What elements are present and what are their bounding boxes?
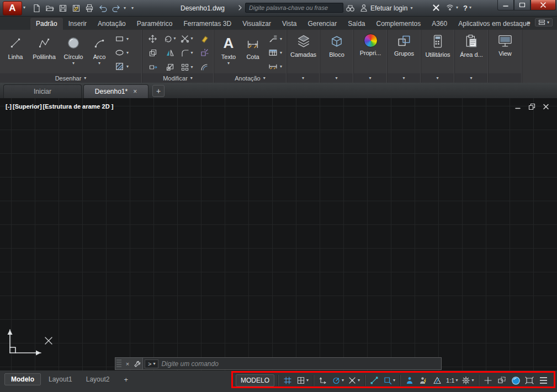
ribbon-tab-saida[interactable]: Saída — [342, 18, 370, 30]
ribbon-tab-visualizar[interactable]: Visualizar — [237, 18, 277, 30]
drawing-close-icon[interactable] — [543, 104, 549, 110]
panel-title-modificar[interactable]: Modificar ▾ — [142, 73, 213, 83]
array-tool-button[interactable]: ▾ — [178, 60, 195, 74]
text-tool-button[interactable]: A Texto ▾ — [216, 31, 241, 73]
redo-button[interactable] — [110, 3, 121, 13]
exchange-apps-icon[interactable] — [432, 3, 441, 12]
utilities-button[interactable]: Utilitários — [421, 30, 454, 73]
trim-tool-button[interactable]: ▾ — [178, 31, 195, 46]
layout-tab-layout1[interactable]: Layout1 — [43, 374, 78, 385]
panel-grupos-expander[interactable]: ▾ — [388, 73, 420, 83]
command-line-grip[interactable] — [116, 359, 121, 368]
ribbon-minimize-button[interactable]: ▾ — [535, 18, 553, 26]
maximize-button[interactable] — [514, 0, 531, 10]
circle-tool-button[interactable]: Círculo ▾ — [60, 31, 87, 73]
stretch-tool-button[interactable] — [144, 60, 161, 74]
command-input-area[interactable]: > ▾ — [142, 358, 441, 369]
panel-title-desenhar[interactable]: Desenhar ▾ — [0, 73, 141, 83]
move-tool-button[interactable] — [144, 31, 161, 46]
plot-button[interactable] — [84, 3, 95, 13]
file-tab-iniciar[interactable]: Iniciar — [3, 84, 82, 98]
block-button[interactable]: Bloco — [320, 30, 353, 73]
annotation-monitor-button[interactable] — [482, 374, 494, 387]
viewport-controls-toggle[interactable]: [-] — [5, 103, 12, 110]
ribbon-tab-aplicativos[interactable]: Aplicativos em destaque — [453, 18, 535, 30]
qat-customize-icon[interactable]: ▾ — [131, 6, 134, 10]
minimize-button[interactable] — [497, 0, 514, 10]
viewport-scale-button[interactable]: 1:1 ▾ — [445, 374, 459, 387]
layers-button[interactable]: Camadas — [287, 30, 320, 73]
model-space-button[interactable]: MODELO — [236, 374, 274, 386]
ribbon-tab-complementos[interactable]: Complementos — [370, 18, 426, 30]
file-tab-close-icon[interactable]: × — [133, 88, 137, 95]
new-file-button[interactable] — [31, 3, 42, 13]
rectangle-tool-button[interactable]: ▾ — [115, 33, 129, 45]
grid-display-button[interactable] — [282, 374, 294, 387]
view-button[interactable]: View — [489, 30, 522, 73]
scale-tool-button[interactable] — [161, 60, 178, 74]
panel-area-expander[interactable]: ▾ — [455, 73, 487, 83]
layout-tab-modelo[interactable]: Modelo — [4, 373, 41, 385]
undo-button[interactable] — [97, 3, 108, 13]
help-button[interactable]: ? ▾ — [463, 4, 471, 12]
redo-dropdown-icon[interactable]: ▾ — [124, 6, 126, 10]
clean-screen-button[interactable] — [523, 374, 535, 387]
annotation-visibility-button[interactable] — [404, 374, 416, 387]
search-collapse-icon[interactable] — [237, 4, 243, 11]
annotation-scale-button[interactable] — [431, 374, 443, 387]
polyline-tool-button[interactable]: Polilinha — [29, 31, 60, 73]
fillet-tool-button[interactable]: ▾ — [178, 46, 195, 60]
object-snap-2d-button[interactable] — [368, 374, 380, 387]
customization-button[interactable] — [537, 374, 549, 387]
save-button[interactable] — [57, 3, 68, 13]
leader-tool-button[interactable]: ▾ — [268, 33, 282, 45]
snap-mode-button[interactable]: ▾ — [295, 374, 310, 387]
panel-bloco-expander[interactable]: ▾ — [320, 73, 353, 83]
properties-button[interactable]: Propri... — [354, 30, 387, 73]
dimension-style-button[interactable]: ▾ — [268, 61, 282, 72]
line-tool-button[interactable]: Linha — [2, 31, 29, 73]
app-menu-button[interactable]: A — [3, 1, 22, 15]
arc-tool-button[interactable]: Arco ▾ — [87, 31, 112, 73]
file-tab-desenho1[interactable]: Desenho1* × — [83, 84, 148, 98]
clipboard-button[interactable]: Área d... — [455, 30, 488, 73]
polar-tracking-button[interactable]: ▾ — [331, 374, 345, 387]
drawing-canvas[interactable]: [-] [Superior] [Estrutura de arame 2D ] … — [0, 98, 557, 370]
copy-tool-button[interactable] — [144, 46, 161, 60]
explode-tool-button[interactable] — [195, 46, 213, 60]
drawing-minimize-icon[interactable] — [514, 104, 521, 110]
viewport-visual-style-control[interactable]: [Estrutura de arame 2D ] — [43, 103, 114, 110]
rotate-tool-button[interactable]: ▾ — [161, 31, 178, 46]
panel-camadas-expander[interactable]: ▾ — [287, 73, 319, 83]
command-prompt-button[interactable]: > ▾ — [145, 359, 158, 368]
viewport-view-control[interactable]: [Superior] — [12, 103, 43, 110]
close-button[interactable] — [531, 0, 556, 10]
mirror-tool-button[interactable] — [161, 46, 178, 60]
search-binoculars-icon[interactable] — [346, 4, 355, 12]
ribbon-tab-parametrico[interactable]: Paramétrico — [131, 18, 178, 30]
ribbon-tab-vista[interactable]: Vista — [277, 18, 302, 30]
offset-tool-button[interactable] — [195, 60, 213, 74]
ortho-mode-button[interactable] — [317, 374, 329, 387]
hatch-tool-button[interactable]: ▾ — [115, 61, 129, 72]
erase-tool-button[interactable] — [195, 31, 213, 46]
circle-dropdown-icon[interactable]: ▾ — [72, 61, 75, 66]
table-tool-button[interactable]: ▾ — [268, 47, 282, 58]
hardware-acceleration-button[interactable] — [510, 374, 522, 387]
text-dropdown-icon[interactable]: ▾ — [227, 61, 230, 66]
communication-center-button[interactable]: ▾ — [445, 4, 458, 12]
drawing-restore-icon[interactable] — [528, 103, 535, 110]
search-input[interactable] — [245, 3, 343, 13]
ellipse-tool-button[interactable]: ▾ — [115, 47, 129, 58]
command-customize-button[interactable] — [132, 358, 142, 369]
ribbon-tab-anotacao[interactable]: Anotação — [92, 18, 131, 30]
command-line-close-button[interactable]: × — [123, 358, 132, 369]
new-layout-button[interactable]: + — [120, 374, 131, 385]
panel-utilitarios-expander[interactable]: ▾ — [421, 73, 454, 83]
ribbon-tab-padrao[interactable]: Padrão — [30, 18, 63, 30]
arc-dropdown-icon[interactable]: ▾ — [98, 61, 100, 66]
sign-in-control[interactable]: Efetuar login ▾ — [360, 4, 412, 12]
panel-propriedades-expander[interactable]: ▾ — [354, 73, 386, 83]
ribbon-tab-ferramentas3d[interactable]: Ferramentas 3D — [178, 18, 237, 30]
dimension-tool-button[interactable]: Cota — [241, 31, 265, 73]
